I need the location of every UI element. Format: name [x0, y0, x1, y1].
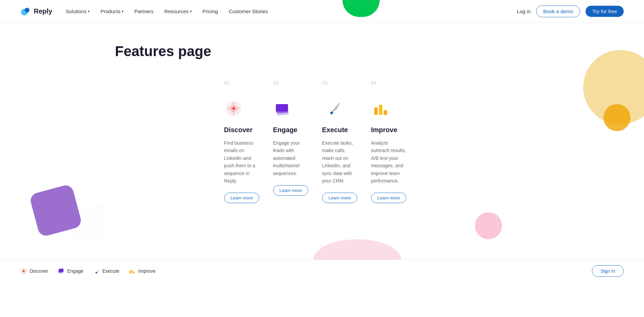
navbar: Reply Solutions ▾ Products ▾ Partners Re… — [0, 0, 644, 23]
logo[interactable]: Reply — [20, 6, 52, 17]
improve-icon-wrap — [371, 99, 390, 118]
feature-card-discover: 01 Discover Find business emails on Link… — [224, 80, 273, 217]
svg-point-12 — [330, 112, 333, 114]
learn-more-engage[interactable]: Learn more — [273, 185, 308, 196]
learn-more-improve[interactable]: Learn more — [371, 193, 406, 203]
svg-rect-22 — [129, 271, 131, 273]
feature-number-4: 04 — [371, 80, 407, 86]
feature-card-execute: 03 Execute Execute tasks, make calls, re… — [322, 80, 371, 217]
nav-resources[interactable]: Resources ▾ — [164, 8, 192, 14]
signin-button[interactable]: Sign In — [592, 265, 624, 277]
discover-icon-wrap — [224, 99, 243, 118]
discover-icon — [224, 99, 243, 118]
svg-rect-20 — [59, 269, 64, 272]
bottom-discover-icon — [20, 268, 27, 274]
chevron-down-icon: ▾ — [88, 9, 90, 13]
feature-title-improve: Improve — [371, 126, 407, 134]
feature-number-3: 03 — [322, 80, 358, 86]
feature-card-engage: 02 Engage Engage your leads with automat… — [273, 80, 322, 217]
svg-point-4 — [232, 107, 235, 110]
main-content: Features page 01 Discover Find business … — [0, 23, 644, 260]
deco-dots-pattern — [74, 205, 108, 239]
login-link[interactable]: Log in — [517, 8, 531, 14]
feature-number-1: 01 — [224, 80, 260, 86]
bottom-nav: Discover Engage Execute — [20, 268, 156, 274]
feature-desc-execute: Execute tasks, make calls, reach out on … — [322, 139, 358, 185]
svg-point-17 — [23, 270, 25, 272]
svg-point-1 — [25, 8, 29, 13]
try-free-button[interactable]: Try for free — [586, 6, 624, 17]
svg-point-21 — [95, 272, 97, 274]
nav-links: Solutions ▾ Products ▾ Partners Resource… — [66, 8, 517, 14]
nav-customer-stories[interactable]: Customer Stories — [229, 8, 268, 14]
feature-desc-improve: Analyze outreach results, A/B test your … — [371, 139, 407, 185]
feature-title-engage: Engage — [273, 126, 309, 134]
learn-more-execute[interactable]: Learn more — [322, 193, 357, 203]
deco-pink-circle — [475, 212, 502, 239]
feature-number-2: 02 — [273, 80, 309, 86]
feature-desc-discover: Find business emails on LinkedIn and pus… — [224, 139, 260, 185]
execute-icon-wrap — [322, 99, 341, 118]
svg-rect-11 — [276, 104, 288, 112]
svg-rect-13 — [374, 107, 378, 115]
nav-products[interactable]: Products ▾ — [100, 8, 123, 14]
page-title: Features page — [0, 43, 644, 80]
svg-rect-15 — [384, 110, 387, 115]
svg-rect-23 — [132, 270, 133, 273]
deco-pink-ellipse — [313, 239, 401, 260]
nav-partners[interactable]: Partners — [134, 8, 153, 14]
engage-icon-wrap — [273, 99, 292, 118]
logo-icon — [20, 6, 31, 17]
bottom-nav-engage[interactable]: Engage — [57, 268, 83, 274]
feature-title-execute: Execute — [322, 126, 358, 134]
chevron-down-icon: ▾ — [190, 9, 192, 13]
svg-rect-24 — [134, 272, 135, 273]
nav-actions: Log in Book a demo Try for free — [517, 5, 624, 17]
feature-desc-engage: Engage your leads with automated multich… — [273, 139, 309, 177]
execute-icon — [323, 100, 340, 117]
bottom-improve-icon — [129, 268, 136, 274]
bottom-nav-improve[interactable]: Improve — [129, 268, 156, 274]
bottom-engage-icon — [57, 268, 64, 274]
nav-solutions[interactable]: Solutions ▾ — [66, 8, 90, 14]
feature-card-improve: 04 Improve Analyze outreach results, A/B… — [371, 80, 420, 217]
nav-pricing[interactable]: Pricing — [202, 8, 218, 14]
book-demo-button[interactable]: Book a demo — [536, 5, 580, 17]
svg-rect-14 — [379, 105, 382, 115]
improve-icon — [373, 101, 388, 116]
feature-title-discover: Discover — [224, 126, 260, 134]
deco-yellow-small-circle — [603, 104, 630, 131]
learn-more-discover[interactable]: Learn more — [224, 193, 259, 203]
bottom-nav-execute[interactable]: Execute — [93, 268, 120, 274]
bottom-nav-discover[interactable]: Discover — [20, 268, 48, 274]
logo-text: Reply — [34, 7, 52, 15]
bottom-bar: Discover Engage Execute — [0, 260, 644, 282]
engage-icon — [274, 101, 291, 116]
bottom-execute-icon — [93, 268, 100, 274]
chevron-down-icon: ▾ — [122, 9, 123, 13]
features-grid: 01 Discover Find business emails on Link… — [109, 80, 535, 217]
